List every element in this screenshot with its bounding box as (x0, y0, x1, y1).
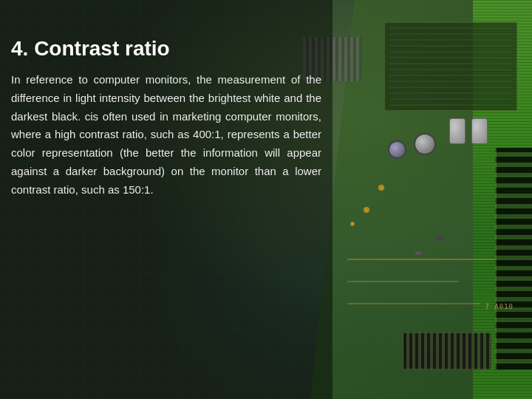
via-3 (350, 222, 355, 226)
via-1 (378, 185, 384, 191)
content-area: 4. Contrast ratio In reference to comput… (11, 37, 321, 199)
round-capacitor-2 (388, 140, 406, 159)
smd-component-2 (415, 251, 421, 255)
capacitor-1 (471, 118, 488, 144)
ide-connector (403, 332, 491, 369)
trace-1 (347, 259, 495, 260)
expansion-slot (495, 148, 532, 369)
round-capacitor-1 (414, 133, 436, 155)
via-2 (364, 207, 369, 213)
smd-component-1 (434, 236, 443, 241)
chip-component (384, 22, 517, 111)
page-title: 4. Contrast ratio (11, 37, 321, 61)
trace-3 (347, 303, 480, 304)
body-text: In reference to computer monitors, the m… (11, 71, 321, 199)
capacitor-2 (449, 118, 466, 144)
chip-label: 7 A010 (485, 303, 514, 310)
trace-2 (347, 281, 458, 282)
